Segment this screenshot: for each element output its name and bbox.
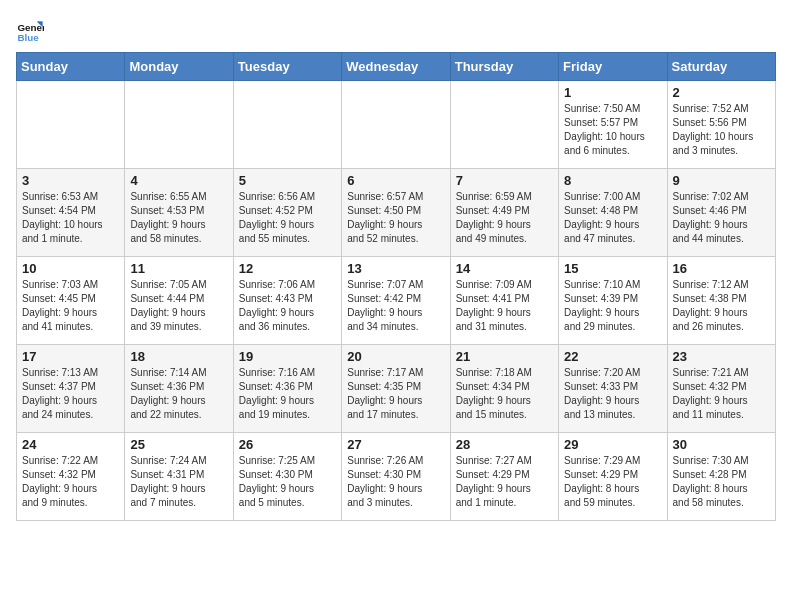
day-number: 15 xyxy=(564,261,661,276)
calendar-day xyxy=(125,81,233,169)
weekday-header-thursday: Thursday xyxy=(450,53,558,81)
day-info: Sunrise: 6:57 AM Sunset: 4:50 PM Dayligh… xyxy=(347,190,444,246)
day-number: 11 xyxy=(130,261,227,276)
calendar-day: 9Sunrise: 7:02 AM Sunset: 4:46 PM Daylig… xyxy=(667,169,775,257)
day-number: 10 xyxy=(22,261,119,276)
day-number: 23 xyxy=(673,349,770,364)
day-number: 18 xyxy=(130,349,227,364)
svg-text:Blue: Blue xyxy=(17,32,39,43)
calendar-day: 19Sunrise: 7:16 AM Sunset: 4:36 PM Dayli… xyxy=(233,345,341,433)
day-number: 25 xyxy=(130,437,227,452)
page-header: General Blue xyxy=(16,16,776,44)
weekday-header-tuesday: Tuesday xyxy=(233,53,341,81)
calendar-day: 23Sunrise: 7:21 AM Sunset: 4:32 PM Dayli… xyxy=(667,345,775,433)
day-info: Sunrise: 7:52 AM Sunset: 5:56 PM Dayligh… xyxy=(673,102,770,158)
day-info: Sunrise: 7:29 AM Sunset: 4:29 PM Dayligh… xyxy=(564,454,661,510)
day-info: Sunrise: 7:13 AM Sunset: 4:37 PM Dayligh… xyxy=(22,366,119,422)
day-number: 13 xyxy=(347,261,444,276)
day-number: 19 xyxy=(239,349,336,364)
day-number: 16 xyxy=(673,261,770,276)
calendar-day xyxy=(342,81,450,169)
day-number: 6 xyxy=(347,173,444,188)
day-info: Sunrise: 7:24 AM Sunset: 4:31 PM Dayligh… xyxy=(130,454,227,510)
calendar-day: 3Sunrise: 6:53 AM Sunset: 4:54 PM Daylig… xyxy=(17,169,125,257)
day-number: 24 xyxy=(22,437,119,452)
weekday-header-monday: Monday xyxy=(125,53,233,81)
day-info: Sunrise: 7:10 AM Sunset: 4:39 PM Dayligh… xyxy=(564,278,661,334)
calendar-day: 1Sunrise: 7:50 AM Sunset: 5:57 PM Daylig… xyxy=(559,81,667,169)
day-info: Sunrise: 7:03 AM Sunset: 4:45 PM Dayligh… xyxy=(22,278,119,334)
calendar-day: 10Sunrise: 7:03 AM Sunset: 4:45 PM Dayli… xyxy=(17,257,125,345)
day-info: Sunrise: 6:59 AM Sunset: 4:49 PM Dayligh… xyxy=(456,190,553,246)
day-info: Sunrise: 7:02 AM Sunset: 4:46 PM Dayligh… xyxy=(673,190,770,246)
calendar-day: 25Sunrise: 7:24 AM Sunset: 4:31 PM Dayli… xyxy=(125,433,233,521)
calendar-day xyxy=(450,81,558,169)
calendar-day: 14Sunrise: 7:09 AM Sunset: 4:41 PM Dayli… xyxy=(450,257,558,345)
calendar-day: 17Sunrise: 7:13 AM Sunset: 4:37 PM Dayli… xyxy=(17,345,125,433)
day-info: Sunrise: 7:22 AM Sunset: 4:32 PM Dayligh… xyxy=(22,454,119,510)
day-info: Sunrise: 7:06 AM Sunset: 4:43 PM Dayligh… xyxy=(239,278,336,334)
calendar-day: 11Sunrise: 7:05 AM Sunset: 4:44 PM Dayli… xyxy=(125,257,233,345)
day-number: 27 xyxy=(347,437,444,452)
calendar-day: 24Sunrise: 7:22 AM Sunset: 4:32 PM Dayli… xyxy=(17,433,125,521)
weekday-header-friday: Friday xyxy=(559,53,667,81)
day-number: 26 xyxy=(239,437,336,452)
calendar-day xyxy=(233,81,341,169)
day-number: 28 xyxy=(456,437,553,452)
logo-icon: General Blue xyxy=(16,16,44,44)
day-number: 9 xyxy=(673,173,770,188)
calendar-header: SundayMondayTuesdayWednesdayThursdayFrid… xyxy=(17,53,776,81)
day-info: Sunrise: 6:53 AM Sunset: 4:54 PM Dayligh… xyxy=(22,190,119,246)
calendar-day: 27Sunrise: 7:26 AM Sunset: 4:30 PM Dayli… xyxy=(342,433,450,521)
day-info: Sunrise: 7:07 AM Sunset: 4:42 PM Dayligh… xyxy=(347,278,444,334)
day-info: Sunrise: 7:21 AM Sunset: 4:32 PM Dayligh… xyxy=(673,366,770,422)
calendar-day xyxy=(17,81,125,169)
day-number: 1 xyxy=(564,85,661,100)
calendar-week-3: 10Sunrise: 7:03 AM Sunset: 4:45 PM Dayli… xyxy=(17,257,776,345)
logo: General Blue xyxy=(16,16,48,44)
calendar-day: 7Sunrise: 6:59 AM Sunset: 4:49 PM Daylig… xyxy=(450,169,558,257)
day-info: Sunrise: 7:16 AM Sunset: 4:36 PM Dayligh… xyxy=(239,366,336,422)
day-number: 2 xyxy=(673,85,770,100)
day-info: Sunrise: 6:55 AM Sunset: 4:53 PM Dayligh… xyxy=(130,190,227,246)
calendar-table: SundayMondayTuesdayWednesdayThursdayFrid… xyxy=(16,52,776,521)
day-number: 3 xyxy=(22,173,119,188)
calendar-week-1: 1Sunrise: 7:50 AM Sunset: 5:57 PM Daylig… xyxy=(17,81,776,169)
day-number: 12 xyxy=(239,261,336,276)
day-info: Sunrise: 7:18 AM Sunset: 4:34 PM Dayligh… xyxy=(456,366,553,422)
day-number: 8 xyxy=(564,173,661,188)
day-number: 4 xyxy=(130,173,227,188)
calendar-day: 28Sunrise: 7:27 AM Sunset: 4:29 PM Dayli… xyxy=(450,433,558,521)
day-info: Sunrise: 7:20 AM Sunset: 4:33 PM Dayligh… xyxy=(564,366,661,422)
day-info: Sunrise: 7:05 AM Sunset: 4:44 PM Dayligh… xyxy=(130,278,227,334)
day-info: Sunrise: 7:26 AM Sunset: 4:30 PM Dayligh… xyxy=(347,454,444,510)
day-number: 29 xyxy=(564,437,661,452)
calendar-day: 15Sunrise: 7:10 AM Sunset: 4:39 PM Dayli… xyxy=(559,257,667,345)
weekday-header-sunday: Sunday xyxy=(17,53,125,81)
calendar-day: 20Sunrise: 7:17 AM Sunset: 4:35 PM Dayli… xyxy=(342,345,450,433)
calendar-day: 22Sunrise: 7:20 AM Sunset: 4:33 PM Dayli… xyxy=(559,345,667,433)
day-info: Sunrise: 7:00 AM Sunset: 4:48 PM Dayligh… xyxy=(564,190,661,246)
calendar-day: 5Sunrise: 6:56 AM Sunset: 4:52 PM Daylig… xyxy=(233,169,341,257)
weekday-header-wednesday: Wednesday xyxy=(342,53,450,81)
day-info: Sunrise: 7:30 AM Sunset: 4:28 PM Dayligh… xyxy=(673,454,770,510)
day-info: Sunrise: 7:17 AM Sunset: 4:35 PM Dayligh… xyxy=(347,366,444,422)
day-info: Sunrise: 7:27 AM Sunset: 4:29 PM Dayligh… xyxy=(456,454,553,510)
calendar-week-4: 17Sunrise: 7:13 AM Sunset: 4:37 PM Dayli… xyxy=(17,345,776,433)
calendar-week-5: 24Sunrise: 7:22 AM Sunset: 4:32 PM Dayli… xyxy=(17,433,776,521)
day-info: Sunrise: 6:56 AM Sunset: 4:52 PM Dayligh… xyxy=(239,190,336,246)
day-info: Sunrise: 7:25 AM Sunset: 4:30 PM Dayligh… xyxy=(239,454,336,510)
calendar-day: 2Sunrise: 7:52 AM Sunset: 5:56 PM Daylig… xyxy=(667,81,775,169)
calendar-day: 4Sunrise: 6:55 AM Sunset: 4:53 PM Daylig… xyxy=(125,169,233,257)
calendar-day: 13Sunrise: 7:07 AM Sunset: 4:42 PM Dayli… xyxy=(342,257,450,345)
calendar-day: 29Sunrise: 7:29 AM Sunset: 4:29 PM Dayli… xyxy=(559,433,667,521)
day-number: 21 xyxy=(456,349,553,364)
day-info: Sunrise: 7:12 AM Sunset: 4:38 PM Dayligh… xyxy=(673,278,770,334)
calendar-day: 30Sunrise: 7:30 AM Sunset: 4:28 PM Dayli… xyxy=(667,433,775,521)
day-number: 20 xyxy=(347,349,444,364)
day-number: 5 xyxy=(239,173,336,188)
calendar-day: 18Sunrise: 7:14 AM Sunset: 4:36 PM Dayli… xyxy=(125,345,233,433)
day-number: 30 xyxy=(673,437,770,452)
weekday-header-saturday: Saturday xyxy=(667,53,775,81)
calendar-week-2: 3Sunrise: 6:53 AM Sunset: 4:54 PM Daylig… xyxy=(17,169,776,257)
